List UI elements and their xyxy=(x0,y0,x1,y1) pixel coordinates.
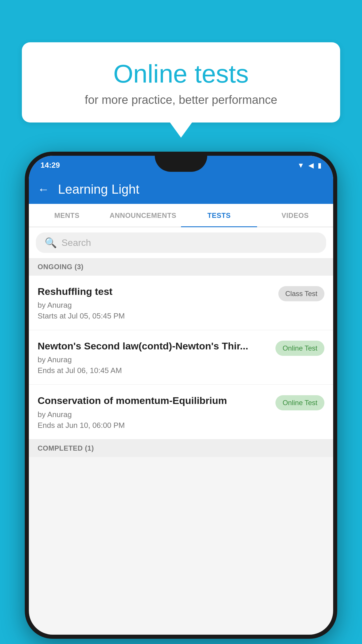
test-info-3: Conservation of momentum-Equilibrium by … xyxy=(38,394,270,430)
test-badge-3: Online Test xyxy=(275,395,324,410)
tab-ments[interactable]: MENTS xyxy=(29,204,105,227)
test-badge-2: Online Test xyxy=(275,341,324,356)
status-icons: ▼ ◀ ▮ xyxy=(297,161,321,169)
test-name-2: Newton's Second law(contd)-Newton's Thir… xyxy=(38,340,270,352)
tab-videos[interactable]: VIDEOS xyxy=(257,204,333,227)
back-button[interactable]: ← xyxy=(38,183,49,196)
test-info-1: Reshuffling test by Anurag Starts at Jul… xyxy=(38,285,273,321)
test-date-2: Ends at Jul 06, 10:45 AM xyxy=(38,366,270,375)
test-by-3: by Anurag xyxy=(38,410,270,419)
test-name-3: Conservation of momentum-Equilibrium xyxy=(38,394,270,407)
notch xyxy=(155,156,207,172)
wifi-icon: ▼ xyxy=(297,161,304,169)
speech-bubble: Online tests for more practice, better p… xyxy=(22,42,340,123)
phone-screen: 14:29 ▼ ◀ ▮ ← Learning Light MENTS ANNOU… xyxy=(29,156,333,635)
test-item-1[interactable]: Reshuffling test by Anurag Starts at Jul… xyxy=(29,276,333,330)
section-header-completed: COMPLETED (1) xyxy=(29,440,333,457)
search-icon: 🔍 xyxy=(45,237,57,249)
bubble-title: Online tests xyxy=(45,60,317,88)
search-placeholder: Search xyxy=(61,237,91,248)
phone-frame: 14:29 ▼ ◀ ▮ ← Learning Light MENTS ANNOU… xyxy=(25,152,337,639)
tab-announcements[interactable]: ANNOUNCEMENTS xyxy=(105,204,181,227)
app-title: Learning Light xyxy=(58,182,139,197)
speech-bubble-container: Online tests for more practice, better p… xyxy=(22,42,340,123)
app-header: ← Learning Light xyxy=(29,175,333,204)
test-by-2: by Anurag xyxy=(38,355,270,364)
tab-bar: MENTS ANNOUNCEMENTS TESTS VIDEOS xyxy=(29,204,333,227)
test-item-2[interactable]: Newton's Second law(contd)-Newton's Thir… xyxy=(29,330,333,385)
search-container: 🔍 Search xyxy=(29,227,333,258)
test-name-1: Reshuffling test xyxy=(38,285,273,298)
search-input[interactable]: 🔍 Search xyxy=(36,232,326,253)
status-bar: 14:29 ▼ ◀ ▮ xyxy=(29,156,333,175)
bubble-subtitle: for more practice, better performance xyxy=(45,93,317,106)
test-date-3: Ends at Jun 10, 06:00 PM xyxy=(38,421,270,430)
battery-icon: ▮ xyxy=(318,161,321,169)
test-badge-1: Class Test xyxy=(278,286,324,301)
test-date-1: Starts at Jul 05, 05:45 PM xyxy=(38,312,273,321)
section-header-ongoing: ONGOING (3) xyxy=(29,258,333,276)
test-item-3[interactable]: Conservation of momentum-Equilibrium by … xyxy=(29,385,333,439)
test-by-1: by Anurag xyxy=(38,301,273,310)
tab-tests[interactable]: TESTS xyxy=(181,204,257,227)
signal-icon: ◀ xyxy=(308,161,314,169)
test-info-2: Newton's Second law(contd)-Newton's Thir… xyxy=(38,340,270,375)
status-time: 14:29 xyxy=(41,161,60,170)
